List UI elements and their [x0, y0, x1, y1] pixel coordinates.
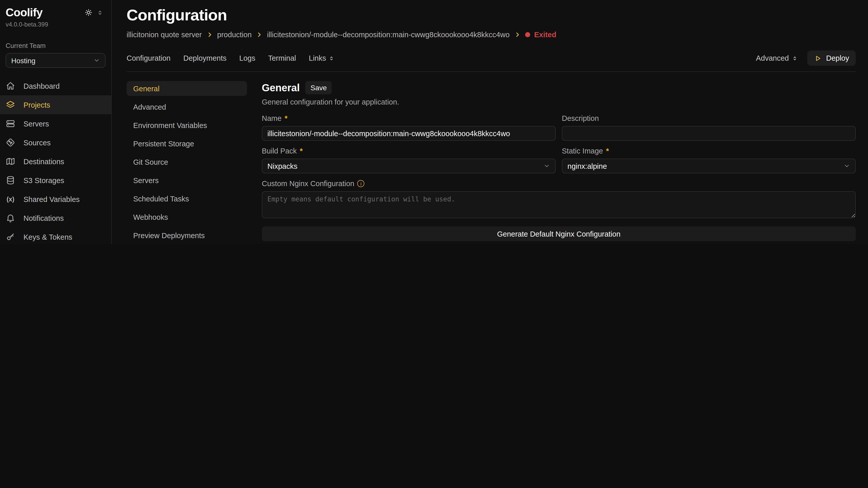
chevron-right-icon — [207, 32, 213, 38]
git-icon — [6, 138, 15, 148]
sidebar-item-sources[interactable]: Sources — [0, 133, 111, 152]
name-input[interactable] — [262, 126, 556, 141]
theme-sun-icon[interactable] — [85, 9, 92, 16]
tab-configuration[interactable]: Configuration — [127, 54, 171, 62]
selector-icon — [329, 55, 334, 61]
description-input[interactable] — [562, 126, 856, 141]
save-button[interactable]: Save — [305, 81, 332, 94]
info-icon: i — [358, 180, 365, 187]
sidebar-item-destinations[interactable]: Destinations — [0, 152, 111, 171]
selector-icon — [792, 55, 798, 61]
sidebar-item-label: Dashboard — [24, 82, 60, 90]
sidebar-item-label: Sources — [24, 138, 51, 147]
tab-terminal[interactable]: Terminal — [268, 54, 296, 62]
tab-links-label: Links — [309, 54, 326, 62]
app-version: v4.0.0-beta.399 — [0, 20, 111, 28]
sidebar-item-notifications[interactable]: Notifications — [0, 208, 111, 227]
sidebar-item-keys-tokens[interactable]: Keys & Tokens — [0, 227, 111, 244]
section-title: General — [262, 82, 300, 94]
deploy-label: Deploy — [826, 54, 849, 62]
config-nav-scheduled-tasks[interactable]: Scheduled Tasks — [127, 191, 247, 206]
app-window: Coolify v4.0.0-beta.399 Current Team Hos… — [0, 0, 868, 244]
status-text: Exited — [534, 31, 556, 39]
required-asterisk: * — [284, 114, 287, 122]
config-nav-git-source[interactable]: Git Source — [127, 155, 247, 169]
bell-icon — [6, 213, 15, 223]
section-description: General configuration for your applicati… — [262, 98, 856, 106]
build-pack-value: Nixpacks — [268, 162, 298, 170]
map-icon — [6, 157, 15, 166]
custom-nginx-label: Custom Nginx Configurationi — [262, 180, 856, 188]
build-pack-select[interactable]: Nixpacks — [262, 159, 556, 173]
static-image-value: nginx:alpine — [567, 162, 607, 170]
database-icon — [6, 175, 15, 185]
advanced-label: Advanced — [756, 54, 789, 62]
sidebar-item-label: Servers — [24, 120, 49, 128]
sidebar-item-label: Notifications — [24, 214, 64, 222]
config-nav-advanced[interactable]: Advanced — [127, 99, 247, 114]
breadcrumb-project[interactable]: illicitonion quote server — [127, 31, 202, 39]
server-icon — [6, 119, 15, 129]
sidebar-item-dashboard[interactable]: Dashboard — [0, 76, 111, 95]
sidebar: Coolify v4.0.0-beta.399 Current Team Hos… — [0, 0, 112, 244]
app-logo: Coolify — [6, 6, 42, 20]
breadcrumb-application[interactable]: illicitestonion/-module--decomposition:m… — [267, 31, 509, 39]
status-dot-icon — [525, 32, 530, 37]
layers-icon — [6, 100, 15, 110]
chevron-down-icon — [544, 163, 550, 169]
config-nav-persistent-storage[interactable]: Persistent Storage — [127, 136, 247, 151]
status-badge: Exited — [525, 31, 556, 39]
breadcrumb-environment[interactable]: production — [217, 31, 252, 39]
sidebar-item-label: Shared Variables — [24, 195, 80, 203]
play-icon — [814, 54, 822, 62]
tab-deployments[interactable]: Deployments — [183, 54, 226, 62]
sidebar-item-label: Destinations — [24, 157, 64, 165]
sidebar-item-shared-variables[interactable]: (x) Shared Variables — [0, 190, 111, 208]
current-team-label: Current Team — [6, 42, 105, 50]
sidebar-item-label: Projects — [24, 101, 50, 109]
static-image-label: Static Image* — [562, 147, 856, 155]
sidebar-item-projects[interactable]: Projects — [0, 95, 111, 114]
sidebar-item-s3-storages[interactable]: S3 Storages — [0, 171, 111, 190]
description-label: Description — [562, 114, 856, 122]
team-select[interactable]: Hosting — [6, 53, 105, 68]
variable-icon: (x) — [6, 194, 15, 204]
tab-bar: Configuration Deployments Logs Terminal … — [127, 51, 856, 72]
required-asterisk: * — [300, 147, 303, 155]
required-asterisk: * — [606, 147, 609, 155]
chevron-down-icon — [843, 163, 850, 169]
sidebar-item-label: Keys & Tokens — [24, 233, 72, 241]
name-label: Name* — [262, 114, 556, 122]
config-nav-environment-variables[interactable]: Environment Variables — [127, 118, 247, 133]
tab-links[interactable]: Links — [309, 54, 334, 62]
deploy-button[interactable]: Deploy — [807, 51, 856, 66]
general-form: General Save General configuration for y… — [262, 81, 856, 244]
chevron-right-icon — [256, 32, 262, 38]
generate-nginx-button[interactable]: Generate Default Nginx Configuration — [262, 226, 856, 241]
sidebar-item-servers[interactable]: Servers — [0, 114, 111, 133]
config-nav: General Advanced Environment Variables P… — [127, 81, 247, 244]
tab-logs[interactable]: Logs — [239, 54, 255, 62]
theme-selector-icon[interactable] — [97, 9, 103, 15]
static-image-select[interactable]: nginx:alpine — [562, 159, 856, 173]
key-icon — [6, 232, 15, 242]
sidebar-item-label: S3 Storages — [24, 176, 64, 184]
config-nav-servers[interactable]: Servers — [127, 173, 247, 188]
breadcrumb: illicitonion quote server production ill… — [127, 31, 856, 39]
main-area: Configuration illicitonion quote server … — [112, 0, 868, 244]
custom-nginx-textarea[interactable] — [262, 191, 856, 218]
team-select-value: Hosting — [11, 56, 35, 65]
config-nav-general[interactable]: General — [127, 81, 247, 96]
advanced-dropdown[interactable]: Advanced — [756, 54, 798, 62]
build-pack-label: Build Pack* — [262, 147, 556, 155]
chevron-down-icon — [93, 57, 100, 64]
config-nav-webhooks[interactable]: Webhooks — [127, 209, 247, 224]
sidebar-nav: Dashboard Projects Servers Sources Desti… — [0, 76, 111, 244]
chevron-right-icon — [514, 32, 520, 38]
home-icon — [6, 81, 15, 91]
page-title: Configuration — [127, 6, 856, 25]
config-nav-preview-deployments[interactable]: Preview Deployments — [127, 228, 247, 243]
